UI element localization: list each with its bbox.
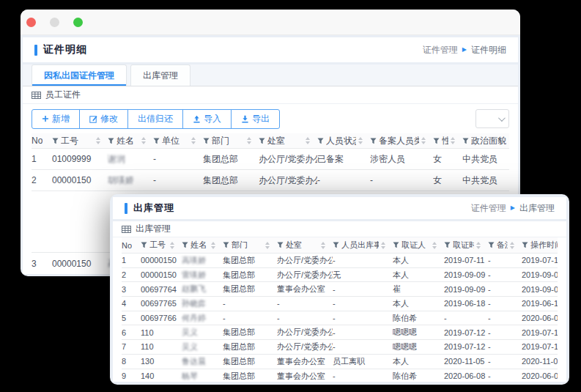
toolbar-edit-button[interactable]: 修改 — [79, 109, 128, 129]
filter-icon[interactable] — [52, 138, 59, 144]
column-header-2[interactable]: 姓名 — [182, 240, 223, 251]
table-cell: 中共党员 — [462, 174, 509, 187]
toolbar-lend-return-button[interactable]: 出借归还 — [127, 109, 183, 129]
filter-icon[interactable] — [317, 138, 324, 144]
column-header-4[interactable]: 处室 — [277, 240, 333, 251]
table-row[interactable]: 6110吴义集团总部办公厅/党委办公室-嗯嗯嗯2019-07-12-2019-0… — [122, 325, 558, 340]
filter-icon[interactable] — [433, 138, 440, 144]
table-cell: 董事会办公室 — [277, 284, 333, 295]
column-header-1[interactable]: 工号 — [141, 240, 182, 251]
sort-caret-icon[interactable] — [247, 137, 259, 144]
filter-icon[interactable] — [223, 242, 229, 248]
tab-outbound-mgmt[interactable]: 出库管理 — [130, 64, 190, 86]
table-cell: 嗯嗯嗯 — [393, 341, 444, 352]
column-header-label: 备案人员类别 — [379, 135, 419, 147]
column-header-8[interactable]: 备注 — [488, 240, 522, 251]
tab-private-abroad-cert-mgmt[interactable]: 因私出国证件管理 — [32, 64, 127, 86]
table-cell: 7 — [122, 342, 141, 351]
column-header-9[interactable]: 政治面貌 — [462, 135, 509, 147]
table-row[interactable]: 300697764赵鹏飞集团总部董事会办公室-崔2019-09-09-2019-… — [122, 282, 558, 297]
column-header-4[interactable]: 部门 — [203, 135, 259, 147]
table-cell: 2019-09-09 — [444, 285, 488, 294]
filter-icon[interactable] — [393, 242, 399, 248]
column-header-label: 取证时间 — [453, 240, 474, 251]
column-header-5[interactable]: 处室 — [259, 135, 317, 147]
column-header-8[interactable]: 性别 — [433, 135, 462, 147]
filter-icon[interactable] — [182, 242, 188, 248]
table-cell: 集团总部 — [223, 341, 277, 352]
column-header-6[interactable]: 取证人 — [393, 240, 444, 251]
column-header-label: 工号 — [149, 240, 166, 251]
sort-caret-icon[interactable] — [306, 137, 317, 144]
filter-icon[interactable] — [333, 242, 339, 248]
table-cell: - — [370, 175, 433, 185]
table-row[interactable]: 101009999谢润-集团总部办公厅/党委办公室已备案涉密人员女中共党员 — [32, 149, 509, 170]
table-row[interactable]: 8130鲁达晨集团总部董事会办公室员工离职本人2020-11-05-2020-1… — [122, 355, 558, 369]
table-cell: - — [444, 314, 488, 322]
column-header-label: 操作时间 — [530, 240, 558, 251]
table-cell: 2019-07-11 — [444, 256, 488, 265]
table-cell: - — [488, 270, 522, 279]
sort-caret-icon[interactable] — [451, 137, 462, 144]
sort-caret-icon[interactable] — [358, 137, 370, 144]
table-row[interactable]: 400697765孙晓弈---本人2019-06-18-2019-06-18 — [122, 297, 558, 311]
table-cell: 董事会办公室 — [277, 356, 333, 367]
table-row[interactable]: 9140杨琴集团总部董事会办公室-陈伯希2020-06-08-2020-06-0… — [122, 369, 558, 382]
column-header-3[interactable]: 单位 — [153, 135, 203, 147]
table-cell: - — [277, 314, 333, 322]
table-cell: 办公厅/党委办公室 — [277, 327, 333, 338]
sort-caret-icon[interactable] — [476, 242, 488, 249]
filter-icon[interactable] — [522, 242, 528, 248]
filter-icon[interactable] — [141, 242, 147, 248]
table-row[interactable]: 100000150高瑛娇集团总部办公厅/党委办公室-本人2019-07-11-2… — [122, 254, 558, 268]
column-header-5[interactable]: 人员出库事由 — [333, 240, 393, 251]
table-header-row: No工号姓名部门处室人员出库事由取证人取证时间备注操作时间 — [122, 237, 558, 254]
breadcrumb-item[interactable]: 证件管理 — [471, 202, 506, 215]
sort-caret-icon[interactable] — [421, 137, 433, 144]
table-cell: - — [277, 299, 333, 308]
sort-caret-icon[interactable] — [265, 242, 277, 249]
sort-caret-icon[interactable] — [170, 242, 182, 249]
sort-caret-icon[interactable] — [381, 242, 393, 249]
table-cell: 集团总部 — [223, 371, 277, 382]
sort-caret-icon[interactable] — [96, 137, 108, 144]
sort-caret-icon[interactable] — [191, 137, 203, 144]
column-header-1[interactable]: 工号 — [52, 135, 108, 147]
filter-icon[interactable] — [259, 138, 265, 144]
column-header-7[interactable]: 备案人员类别 — [370, 135, 433, 147]
column-header-6[interactable]: 人员状态 — [317, 135, 370, 147]
breadcrumb-item[interactable]: 证件管理 — [423, 44, 458, 56]
filter-select[interactable] — [475, 109, 509, 128]
table-row[interactable]: 200000150雷瑛娇集团总部办公厅/党委办公室无本人2019-09-09-2… — [122, 268, 558, 283]
sort-caret-icon[interactable] — [211, 242, 223, 249]
toolbar-import-button[interactable]: 导入 — [182, 109, 232, 129]
sort-caret-icon[interactable] — [432, 242, 444, 249]
table-row[interactable]: 7110吴义集团总部办公厅/党委办公室-嗯嗯嗯2019-07-12-2019-0… — [122, 340, 558, 355]
toolbar-export-button[interactable]: 导出 — [231, 109, 280, 129]
column-header-9[interactable]: 操作时间 — [522, 240, 558, 251]
filter-icon[interactable] — [108, 138, 114, 144]
filter-icon[interactable] — [444, 242, 451, 248]
column-header-2[interactable]: 姓名 — [108, 135, 153, 147]
maximize-button[interactable] — [73, 18, 83, 27]
toolbar-add-button[interactable]: 新增 — [32, 109, 80, 129]
filter-icon[interactable] — [462, 138, 469, 144]
filter-icon[interactable] — [153, 138, 160, 144]
minimize-button[interactable] — [50, 18, 59, 27]
column-header-7[interactable]: 取证时间 — [444, 240, 488, 251]
close-button[interactable] — [26, 18, 36, 27]
filter-icon[interactable] — [370, 138, 377, 144]
filter-icon[interactable] — [203, 138, 210, 144]
table-cell: - — [333, 299, 393, 308]
column-header-label: 政治面貌 — [471, 135, 506, 147]
column-header-3[interactable]: 部门 — [223, 240, 277, 251]
sort-caret-icon[interactable] — [510, 242, 522, 249]
filter-icon[interactable] — [277, 242, 284, 248]
filter-icon[interactable] — [488, 242, 495, 248]
table-row[interactable]: 200000150胡瑛娇-集团总部办公厅/党委办公室--女中共党员 — [32, 170, 509, 191]
section-label: 员工证件 — [23, 86, 518, 104]
sort-caret-icon[interactable] — [141, 137, 153, 144]
table-row[interactable]: 500697766何丹婷---陈伯希--2020-06-04 — [122, 311, 558, 326]
sort-caret-icon[interactable] — [321, 242, 333, 249]
column-header-label: 性别 — [442, 135, 448, 147]
